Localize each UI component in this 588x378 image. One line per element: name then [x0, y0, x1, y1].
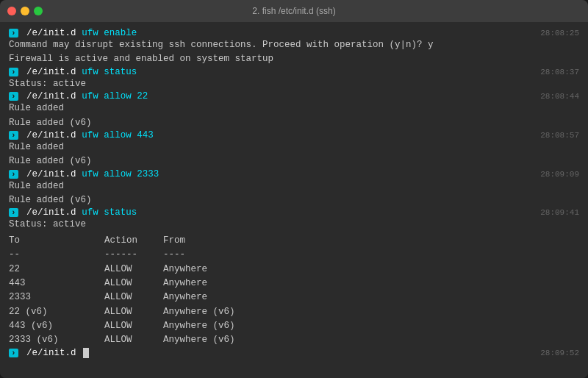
row-action: ALLOW	[104, 305, 163, 319]
output-text: Command may disrupt existing ssh connect…	[9, 38, 434, 52]
row-action: ALLOW	[104, 277, 163, 290]
table-row: 2333 (v6) ALLOW Anywhere (v6)	[9, 333, 579, 347]
prompt-badge: ›	[9, 170, 18, 179]
divider-action: ------	[104, 248, 163, 262]
cmd-path: /e/init.d	[21, 28, 82, 38]
timestamp-4: 28:08:57	[533, 131, 579, 140]
close-button[interactable]	[7, 7, 16, 15]
cmd-arg: enable	[98, 28, 137, 38]
output-line-8: Rule added	[9, 179, 579, 193]
table-row: 443 ALLOW Anywhere	[9, 277, 579, 290]
output-text: Rule added (v6)	[9, 193, 92, 207]
timestamp-1: 28:08:25	[533, 29, 579, 38]
cmd-line-6: › /e/init.d ufw status 28:09:41	[9, 207, 579, 218]
cursor	[83, 348, 89, 358]
output-line-2: Firewall is active and enabled on system…	[9, 52, 579, 66]
prompt-badge: ›	[9, 68, 18, 76]
timestamp-6: 28:09:41	[533, 208, 579, 217]
firewall-table: To Action From -- ------ ---- 22 ALLOW A…	[9, 234, 579, 348]
cmd-arg: allow 443	[98, 130, 154, 140]
prompt-badge: ›	[9, 208, 18, 217]
output-line-1: Command may disrupt existing ssh connect…	[9, 38, 579, 52]
timestamp-final: 28:09:52	[533, 349, 579, 357]
cmd-path: /e/init.d	[21, 67, 82, 77]
maximize-button[interactable]	[34, 7, 43, 15]
titlebar: 2. fish /etc/init.d (ssh)	[0, 0, 588, 22]
table-row: 443 (v6) ALLOW Anywhere (v6)	[9, 319, 579, 333]
prompt-badge: ›	[9, 92, 18, 101]
output-text: Firewall is active and enabled on system…	[9, 52, 273, 66]
cmd-line-1: › /e/init.d ufw enable 28:08:25	[9, 28, 579, 38]
timestamp-3: 28:08:44	[533, 92, 579, 101]
cmd-line-3: › /e/init.d ufw allow 22 28:08:44	[9, 91, 579, 101]
row-to: 22	[9, 263, 104, 277]
row-action: ALLOW	[104, 319, 163, 333]
cmd-line-4: › /e/init.d ufw allow 443 28:08:57	[9, 130, 579, 140]
output-line-5: Rule added (v6)	[9, 116, 579, 130]
output-text: Rule added	[9, 179, 64, 193]
active-prompt-line[interactable]: › /e/init.d 28:09:52	[9, 348, 579, 358]
cmd-path: /e/init.d	[21, 348, 82, 358]
cmd-arg: allow 22	[98, 91, 148, 101]
timestamp-5: 28:09:09	[533, 170, 579, 179]
row-to: 2333	[9, 290, 104, 304]
window-title: 2. fish /etc/init.d (ssh)	[252, 6, 335, 16]
col-action-header: Action	[104, 234, 163, 248]
output-text: Rule added (v6)	[9, 154, 92, 168]
row-from: Anywhere (v6)	[163, 319, 235, 333]
row-from: Anywhere	[163, 277, 207, 290]
row-action: ALLOW	[104, 263, 163, 277]
table-header-row: To Action From	[9, 234, 579, 248]
minimize-button[interactable]	[21, 7, 29, 15]
output-text: Rule added (v6)	[9, 116, 92, 130]
output-line-10: Status: active	[9, 218, 579, 232]
timestamp-2: 28:08:37	[533, 68, 579, 76]
cmd-arg: status	[98, 207, 137, 218]
col-from-header: From	[163, 234, 185, 248]
output-line-4: Rule added	[9, 101, 579, 115]
row-action: ALLOW	[104, 333, 163, 347]
row-from: Anywhere (v6)	[163, 305, 235, 319]
cmd-path: /e/init.d	[21, 91, 82, 101]
terminal-window: 2. fish /etc/init.d (ssh) › /e/init.d uf…	[0, 0, 588, 378]
row-from: Anywhere	[163, 263, 207, 277]
output-text: Status: active	[9, 218, 86, 232]
row-to: 443 (v6)	[9, 319, 104, 333]
output-text: Rule added	[9, 101, 64, 115]
cmd-keyword: ufw	[82, 67, 98, 77]
divider-to: --	[9, 248, 104, 262]
output-text: Rule added	[9, 140, 64, 154]
cmd-arg: allow 2333	[98, 169, 159, 179]
table-row: 22 ALLOW Anywhere	[9, 263, 579, 277]
col-to-header: To	[9, 234, 104, 248]
cmd-path: /e/init.d	[21, 130, 82, 140]
divider-from: ----	[163, 248, 185, 262]
cmd-arg: status	[98, 67, 137, 77]
prompt-badge: ›	[9, 349, 18, 357]
prompt-badge: ›	[9, 131, 18, 140]
cmd-path: /e/init.d	[21, 169, 82, 179]
cmd-keyword: ufw	[82, 91, 98, 101]
cmd-path: /e/init.d	[21, 207, 82, 218]
row-to: 2333 (v6)	[9, 333, 104, 347]
row-to: 443	[9, 277, 104, 290]
cmd-keyword: ufw	[82, 28, 98, 38]
cmd-line-5: › /e/init.d ufw allow 2333 28:09:09	[9, 169, 579, 179]
cmd-keyword: ufw	[82, 207, 98, 218]
cmd-keyword: ufw	[82, 130, 98, 140]
output-text: Status: active	[9, 77, 86, 91]
row-from: Anywhere (v6)	[163, 333, 235, 347]
table-row: 2333 ALLOW Anywhere	[9, 290, 579, 304]
output-line-6: Rule added	[9, 140, 579, 154]
output-line-3: Status: active	[9, 77, 579, 91]
terminal-body[interactable]: › /e/init.d ufw enable 28:08:25 Command …	[0, 22, 588, 378]
table-row: 22 (v6) ALLOW Anywhere (v6)	[9, 305, 579, 319]
traffic-lights	[7, 7, 43, 15]
cmd-keyword: ufw	[82, 169, 98, 179]
table-divider-row: -- ------ ----	[9, 248, 579, 262]
cmd-line-2: › /e/init.d ufw status 28:08:37	[9, 67, 579, 77]
row-action: ALLOW	[104, 290, 163, 304]
row-to: 22 (v6)	[9, 305, 104, 319]
row-from: Anywhere	[163, 290, 207, 304]
prompt-badge: ›	[9, 29, 18, 38]
